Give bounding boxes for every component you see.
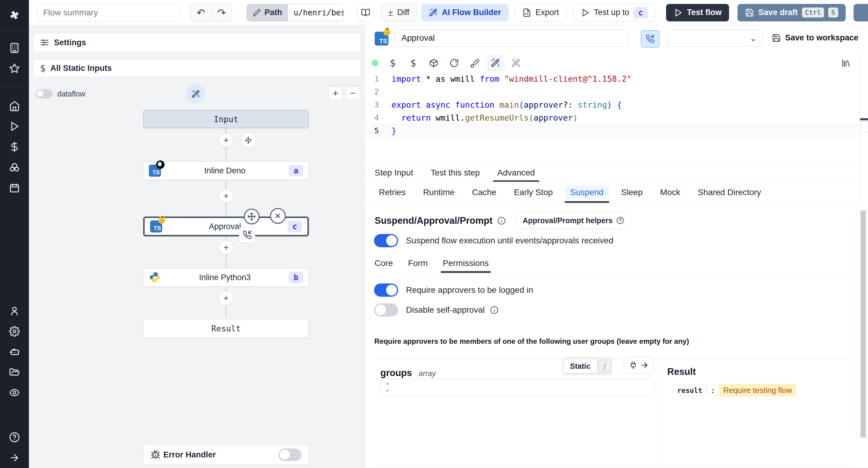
dataflow-toggle[interactable] xyxy=(36,89,53,98)
ai-flow-builder-button[interactable]: AI Flow Builder xyxy=(421,4,509,21)
windmill-logo-icon[interactable] xyxy=(0,0,29,30)
redo-button[interactable]: ↷ xyxy=(211,4,232,21)
editor-toolbar: $ $ xyxy=(369,54,855,72)
zoom-out-button[interactable]: − xyxy=(346,86,360,100)
add-step-button[interactable]: + xyxy=(219,240,233,255)
delete-step-button[interactable]: ✕ xyxy=(270,208,286,224)
tab-advanced[interactable]: Advanced xyxy=(497,164,535,182)
all-static-inputs-button[interactable]: $ All Static Inputs xyxy=(33,59,361,77)
assets-button[interactable]: $ xyxy=(384,55,401,71)
flow-node-result[interactable]: Result xyxy=(143,319,309,338)
node-label: Approval xyxy=(162,222,287,231)
sidebar-item-folders[interactable] xyxy=(0,362,29,383)
sidebar-divider xyxy=(0,30,29,30)
sidebar-item-audit-logs[interactable] xyxy=(0,382,29,403)
variables-button[interactable]: $ xyxy=(405,55,422,71)
tab-shared-directory[interactable]: Shared Directory xyxy=(692,182,767,203)
sidebar-item-settings[interactable] xyxy=(0,321,29,342)
sidebar-item-workspace[interactable] xyxy=(0,38,29,58)
suspend-toggle[interactable] xyxy=(374,234,398,247)
move-step-button[interactable] xyxy=(244,209,259,224)
flow-node-inline-deno[interactable]: TS Inline Deno a xyxy=(143,161,309,180)
package-button[interactable] xyxy=(425,55,442,71)
zoom-in-button[interactable]: + xyxy=(329,86,342,100)
tab-mock[interactable]: Mock xyxy=(655,182,686,203)
require-logged-in-toggle[interactable] xyxy=(374,284,398,297)
dataflow-label: dataflow xyxy=(57,90,85,98)
help-icon[interactable] xyxy=(0,427,29,447)
script-version-select[interactable]: ⌄ xyxy=(668,29,763,47)
editor-overview-ruler[interactable] xyxy=(860,51,868,205)
tab-sleep[interactable]: Sleep xyxy=(616,182,648,203)
result-row: result : Require testing flow xyxy=(673,384,796,397)
sidebar-item-schedules[interactable] xyxy=(0,178,29,198)
library-button[interactable] xyxy=(838,55,855,71)
result-key-chip[interactable]: result xyxy=(673,385,707,396)
tab-test-this-step[interactable]: Test this step xyxy=(431,164,480,182)
ai-off-button[interactable] xyxy=(507,55,524,71)
sidebar-item-favorites[interactable] xyxy=(0,58,29,79)
sidebar-item-variables[interactable] xyxy=(0,137,29,157)
scrollbar[interactable] xyxy=(861,210,866,438)
tab-suspend[interactable]: Suspend xyxy=(565,182,609,203)
path-button[interactable]: Path xyxy=(247,4,288,21)
pencil-icon xyxy=(253,9,261,17)
flow-node-input[interactable]: Input xyxy=(143,110,309,128)
javascript-mode-button[interactable]: f xyxy=(598,360,611,372)
plus-icon: + xyxy=(333,88,338,99)
sidebar-item-home[interactable] xyxy=(0,96,29,116)
tab-early-stop[interactable]: Early Stop xyxy=(508,182,558,203)
test-up-to-button[interactable]: Test up to c xyxy=(573,4,655,21)
suspend-indicator-button[interactable] xyxy=(239,227,255,243)
overview-cursor-marker xyxy=(860,118,868,120)
flow-node-inline-python[interactable]: Inline Python3 b xyxy=(143,268,309,287)
sidebar-item-runs[interactable] xyxy=(0,116,29,137)
save-to-workspace-label: Save to workspace xyxy=(785,33,858,42)
add-step-button[interactable]: + xyxy=(219,133,233,147)
groups-array-input[interactable]: ⌃⌄ xyxy=(380,379,655,396)
tab-core[interactable]: Core xyxy=(375,253,393,273)
error-handler-toggle[interactable] xyxy=(278,448,301,461)
tab-runtime[interactable]: Runtime xyxy=(418,182,460,203)
error-handler-row[interactable]: Error Handler xyxy=(143,445,309,464)
collapse-sidebar-icon[interactable] xyxy=(0,447,29,468)
tab-retries[interactable]: Retries xyxy=(373,182,411,203)
tab-cache[interactable]: Cache xyxy=(467,182,502,203)
sidebar-item-workers[interactable] xyxy=(0,342,29,362)
diff-button[interactable]: ± Diff xyxy=(381,4,417,21)
static-mode-button[interactable]: Static xyxy=(563,359,597,373)
add-step-button[interactable]: + xyxy=(219,189,233,203)
disable-self-approval-toggle[interactable] xyxy=(374,303,398,317)
trigger-button[interactable] xyxy=(241,133,256,148)
plus-icon: + xyxy=(223,242,229,253)
step-id-badge: b xyxy=(289,272,303,283)
undo-button[interactable]: ↶ xyxy=(190,4,211,21)
flow-summary-input[interactable] xyxy=(37,4,180,21)
step-name-input[interactable] xyxy=(395,29,629,47)
deploy-button[interactable] xyxy=(854,4,868,21)
node-label: Inline Python3 xyxy=(161,273,289,282)
path-value[interactable]: u/henri/bes xyxy=(288,4,344,21)
approval-prompt-helpers-button[interactable]: Approval/Prompt helpers xyxy=(516,212,631,229)
code-editor[interactable]: 1import * as wmill from "windmill-client… xyxy=(365,72,860,137)
docs-button[interactable] xyxy=(357,4,374,21)
reload-button[interactable] xyxy=(446,55,463,71)
format-button[interactable] xyxy=(466,55,483,71)
tab-form[interactable]: Form xyxy=(408,253,428,273)
sidebar-item-resources[interactable] xyxy=(0,157,29,178)
tab-step-input[interactable]: Step Input xyxy=(375,164,413,182)
suspend-settings-button[interactable] xyxy=(641,30,659,48)
save-to-workspace-button[interactable]: Save to workspace xyxy=(772,33,858,42)
export-button[interactable]: Export xyxy=(515,4,567,21)
flow-settings-button[interactable]: Settings xyxy=(33,33,361,52)
sidebar-item-users[interactable] xyxy=(0,301,29,321)
add-step-button[interactable]: + xyxy=(219,291,233,305)
tab-permissions[interactable]: Permissions xyxy=(443,253,489,273)
connect-input-button[interactable] xyxy=(624,357,654,374)
save-icon xyxy=(772,33,781,42)
ai-graph-button[interactable] xyxy=(186,84,205,104)
groups-result-panel: groups array Static f ⌃⌄ Result result :… xyxy=(374,359,853,466)
test-flow-button[interactable]: Test flow xyxy=(666,4,729,21)
ai-assistant-button[interactable] xyxy=(487,55,504,71)
save-draft-button[interactable]: Save draft Ctrl S xyxy=(738,4,846,21)
